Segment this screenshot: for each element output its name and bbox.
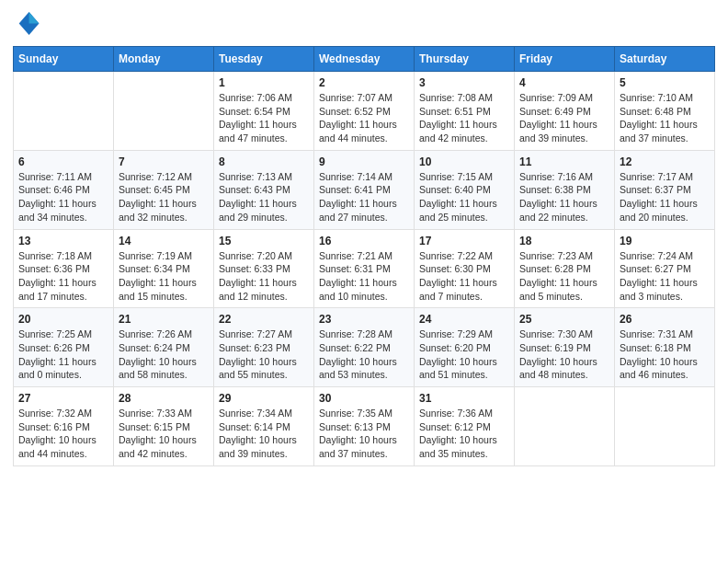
calendar-day-cell: 9Sunrise: 7:14 AMSunset: 6:41 PMDaylight… (314, 150, 415, 229)
day-info: Sunrise: 7:15 AMSunset: 6:40 PMDaylight:… (419, 170, 509, 224)
day-number: 18 (519, 235, 609, 247)
day-info: Sunrise: 7:28 AMSunset: 6:22 PMDaylight:… (319, 327, 409, 382)
day-info: Sunrise: 7:06 AMSunset: 6:54 PMDaylight:… (219, 91, 309, 145)
day-number: 27 (18, 392, 108, 405)
calendar-day-cell: 6Sunrise: 7:11 AMSunset: 6:46 PMDaylight… (14, 150, 114, 229)
day-info: Sunrise: 7:09 AMSunset: 6:49 PMDaylight:… (519, 91, 609, 145)
day-info: Sunrise: 7:32 AMSunset: 6:16 PMDaylight:… (18, 407, 108, 461)
logo (13, 9, 40, 39)
day-number: 28 (119, 392, 209, 405)
day-info: Sunrise: 7:26 AMSunset: 6:24 PMDaylight:… (119, 327, 209, 382)
calendar-day-cell: 25Sunrise: 7:30 AMSunset: 6:19 PMDayligh… (515, 308, 615, 387)
calendar-day-cell (615, 387, 715, 466)
calendar-day-cell: 21Sunrise: 7:26 AMSunset: 6:24 PMDayligh… (114, 308, 214, 387)
calendar-header-cell: Friday (515, 47, 615, 72)
calendar-day-cell: 14Sunrise: 7:19 AMSunset: 6:34 PMDayligh… (114, 229, 214, 308)
day-number: 29 (219, 392, 309, 405)
page: SundayMondayTuesdayWednesdayThursdayFrid… (0, 0, 728, 563)
day-info: Sunrise: 7:10 AMSunset: 6:48 PMDaylight:… (620, 91, 710, 145)
day-info: Sunrise: 7:20 AMSunset: 6:33 PMDaylight:… (219, 249, 309, 304)
day-info: Sunrise: 7:11 AMSunset: 6:46 PMDaylight:… (18, 170, 108, 224)
day-number: 17 (419, 235, 509, 247)
day-info: Sunrise: 7:13 AMSunset: 6:43 PMDaylight:… (219, 170, 309, 224)
calendar-header-cell: Saturday (615, 47, 715, 72)
day-info: Sunrise: 7:21 AMSunset: 6:31 PMDaylight:… (319, 249, 409, 304)
day-number: 9 (319, 155, 409, 168)
day-number: 24 (419, 313, 509, 326)
day-info: Sunrise: 7:31 AMSunset: 6:18 PMDaylight:… (620, 327, 710, 382)
calendar-day-cell (515, 387, 615, 466)
calendar-day-cell: 24Sunrise: 7:29 AMSunset: 6:20 PMDayligh… (415, 308, 515, 387)
day-number: 14 (119, 235, 209, 247)
calendar-header-row: SundayMondayTuesdayWednesdayThursdayFrid… (14, 47, 715, 72)
calendar-day-cell: 7Sunrise: 7:12 AMSunset: 6:45 PMDaylight… (114, 150, 214, 229)
calendar-day-cell: 27Sunrise: 7:32 AMSunset: 6:16 PMDayligh… (14, 387, 114, 466)
day-info: Sunrise: 7:08 AMSunset: 6:51 PMDaylight:… (419, 91, 509, 145)
calendar-day-cell: 19Sunrise: 7:24 AMSunset: 6:27 PMDayligh… (615, 229, 715, 308)
day-info: Sunrise: 7:33 AMSunset: 6:15 PMDaylight:… (119, 407, 209, 461)
calendar-day-cell: 11Sunrise: 7:16 AMSunset: 6:38 PMDayligh… (515, 150, 615, 229)
calendar-week-row: 13Sunrise: 7:18 AMSunset: 6:36 PMDayligh… (14, 229, 715, 308)
day-number: 31 (419, 392, 509, 405)
day-number: 21 (119, 313, 209, 326)
calendar-day-cell: 1Sunrise: 7:06 AMSunset: 6:54 PMDaylight… (214, 72, 314, 151)
day-info: Sunrise: 7:17 AMSunset: 6:37 PMDaylight:… (620, 170, 710, 224)
day-number: 1 (219, 76, 309, 89)
day-number: 7 (119, 155, 209, 168)
day-info: Sunrise: 7:16 AMSunset: 6:38 PMDaylight:… (519, 170, 609, 224)
day-info: Sunrise: 7:12 AMSunset: 6:45 PMDaylight:… (119, 170, 209, 224)
day-number: 15 (219, 235, 309, 247)
day-number: 26 (620, 313, 710, 326)
calendar-header-cell: Wednesday (314, 47, 415, 72)
calendar-day-cell: 5Sunrise: 7:10 AMSunset: 6:48 PMDaylight… (615, 72, 715, 151)
day-number: 23 (319, 313, 409, 326)
day-info: Sunrise: 7:14 AMSunset: 6:41 PMDaylight:… (319, 170, 409, 224)
calendar-day-cell: 12Sunrise: 7:17 AMSunset: 6:37 PMDayligh… (615, 150, 715, 229)
calendar-day-cell: 28Sunrise: 7:33 AMSunset: 6:15 PMDayligh… (114, 387, 214, 466)
day-number: 30 (319, 392, 409, 405)
day-number: 13 (18, 235, 108, 247)
calendar-day-cell (114, 72, 214, 151)
day-number: 2 (319, 76, 409, 89)
calendar-day-cell: 3Sunrise: 7:08 AMSunset: 6:51 PMDaylight… (415, 72, 515, 151)
calendar-day-cell: 23Sunrise: 7:28 AMSunset: 6:22 PMDayligh… (314, 308, 415, 387)
calendar-day-cell: 18Sunrise: 7:23 AMSunset: 6:28 PMDayligh… (515, 229, 615, 308)
calendar-header-cell: Tuesday (214, 47, 314, 72)
day-number: 16 (319, 235, 409, 247)
day-info: Sunrise: 7:23 AMSunset: 6:28 PMDaylight:… (519, 249, 609, 304)
day-info: Sunrise: 7:36 AMSunset: 6:12 PMDaylight:… (419, 407, 509, 461)
calendar-day-cell: 2Sunrise: 7:07 AMSunset: 6:52 PMDaylight… (314, 72, 415, 151)
calendar-day-cell: 10Sunrise: 7:15 AMSunset: 6:40 PMDayligh… (415, 150, 515, 229)
calendar-day-cell (14, 72, 114, 151)
day-number: 19 (620, 235, 710, 247)
day-number: 20 (18, 313, 108, 326)
day-info: Sunrise: 7:07 AMSunset: 6:52 PMDaylight:… (319, 91, 409, 145)
logo-icon (15, 9, 40, 35)
day-number: 12 (620, 155, 710, 168)
calendar-day-cell: 20Sunrise: 7:25 AMSunset: 6:26 PMDayligh… (14, 308, 114, 387)
day-info: Sunrise: 7:18 AMSunset: 6:36 PMDaylight:… (18, 249, 108, 304)
day-info: Sunrise: 7:27 AMSunset: 6:23 PMDaylight:… (219, 327, 309, 382)
day-number: 4 (519, 76, 609, 89)
calendar-day-cell: 22Sunrise: 7:27 AMSunset: 6:23 PMDayligh… (214, 308, 314, 387)
day-number: 5 (620, 76, 710, 89)
day-info: Sunrise: 7:30 AMSunset: 6:19 PMDaylight:… (519, 327, 609, 382)
calendar-day-cell: 26Sunrise: 7:31 AMSunset: 6:18 PMDayligh… (615, 308, 715, 387)
calendar-week-row: 27Sunrise: 7:32 AMSunset: 6:16 PMDayligh… (14, 387, 715, 466)
calendar-header-cell: Monday (114, 47, 214, 72)
day-info: Sunrise: 7:25 AMSunset: 6:26 PMDaylight:… (18, 327, 108, 382)
calendar-week-row: 6Sunrise: 7:11 AMSunset: 6:46 PMDaylight… (14, 150, 715, 229)
calendar-header: SundayMondayTuesdayWednesdayThursdayFrid… (14, 47, 715, 72)
calendar-day-cell: 29Sunrise: 7:34 AMSunset: 6:14 PMDayligh… (214, 387, 314, 466)
calendar-day-cell: 30Sunrise: 7:35 AMSunset: 6:13 PMDayligh… (314, 387, 415, 466)
calendar-day-cell: 13Sunrise: 7:18 AMSunset: 6:36 PMDayligh… (14, 229, 114, 308)
calendar-day-cell: 15Sunrise: 7:20 AMSunset: 6:33 PMDayligh… (214, 229, 314, 308)
day-number: 3 (419, 76, 509, 89)
calendar-day-cell: 4Sunrise: 7:09 AMSunset: 6:49 PMDaylight… (515, 72, 615, 151)
day-number: 10 (419, 155, 509, 168)
calendar-header-cell: Thursday (415, 47, 515, 72)
day-info: Sunrise: 7:24 AMSunset: 6:27 PMDaylight:… (620, 249, 710, 304)
header (13, 9, 715, 39)
day-number: 22 (219, 313, 309, 326)
day-number: 25 (519, 313, 609, 326)
